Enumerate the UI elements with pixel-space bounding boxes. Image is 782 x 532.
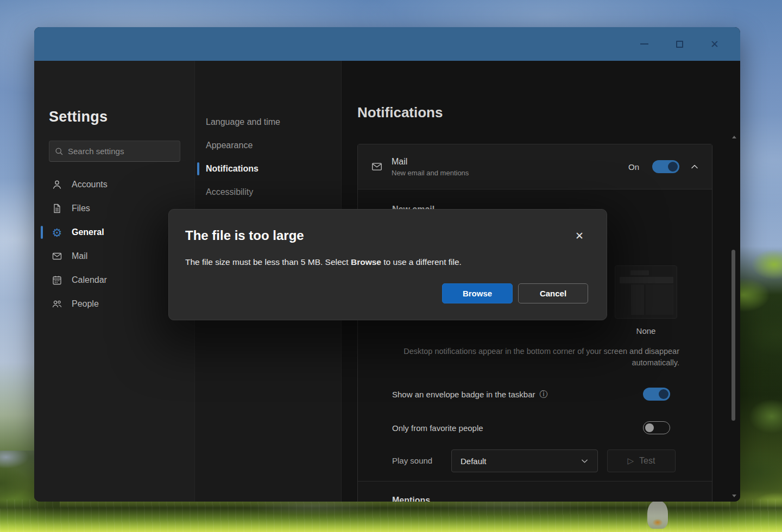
gear-icon: ⚙ — [51, 226, 63, 238]
mail-section-header[interactable]: Mail New email and mentions On — [358, 144, 712, 189]
window-titlebar[interactable]: ✕ — [34, 27, 740, 61]
scroll-down-arrow[interactable] — [732, 495, 736, 497]
play-icon: ▷ — [628, 456, 634, 466]
mail-section-title: Mail — [392, 157, 469, 167]
window-controls: ✕ — [632, 27, 727, 61]
test-button-label: Test — [639, 456, 655, 466]
favorites-row-label: Only from favorite people — [392, 423, 483, 433]
vertical-scrollbar[interactable] — [730, 135, 737, 498]
file-too-large-dialog: The file is too large ✕ The file size mu… — [168, 209, 607, 320]
wallpaper-figure — [647, 501, 668, 529]
selection-indicator — [197, 162, 199, 175]
sidebar-item-accounts[interactable]: Accounts — [34, 173, 194, 197]
test-sound-button[interactable]: ▷ Test — [607, 449, 676, 472]
sound-select[interactable]: Default — [451, 449, 598, 472]
sound-select-value: Default — [461, 457, 581, 466]
envelope-icon — [51, 250, 63, 262]
mail-section-subtitle: New email and mentions — [392, 169, 469, 177]
search-box — [49, 141, 180, 162]
dialog-title: The file is too large — [185, 228, 304, 243]
scrollbar-thumb[interactable] — [731, 250, 735, 421]
info-icon[interactable]: ⓘ — [540, 389, 548, 400]
mail-notifications-card: Mail New email and mentions On New email… — [357, 144, 712, 502]
dialog-actions: Browse Cancel — [442, 283, 588, 303]
sidebar-item-label: General — [72, 227, 104, 237]
banner-none-thumbnail — [615, 265, 677, 319]
dialog-close-button[interactable]: ✕ — [572, 228, 587, 243]
search-input[interactable] — [68, 147, 176, 156]
mentions-title: Mentions — [392, 496, 430, 502]
search-icon — [55, 147, 64, 156]
dialog-message: The file size must be less than 5 MB. Se… — [185, 257, 462, 267]
banner-style-option-none[interactable]: None — [615, 265, 677, 335]
envelope-icon — [371, 161, 383, 173]
sidebar-item-label: Files — [72, 204, 90, 213]
close-icon: ✕ — [575, 230, 584, 242]
sidebar-item-label: People — [72, 299, 99, 309]
people-icon — [51, 298, 63, 310]
page-title: Notifications — [357, 104, 443, 121]
settings-title: Settings — [49, 109, 108, 125]
desktop-notifications-description: Desktop notifications appear in the bott… — [392, 346, 679, 369]
maximize-button[interactable] — [667, 33, 692, 55]
play-sound-label: Play sound — [392, 456, 432, 465]
subnav-item-accessibility[interactable]: Accessibility — [195, 180, 341, 204]
banner-none-label: None — [615, 326, 677, 335]
subnav-item-notifications[interactable]: Notifications — [195, 157, 341, 180]
calendar-icon — [51, 274, 63, 286]
chevron-down-icon — [581, 457, 589, 465]
mail-notifications-toggle[interactable] — [652, 160, 679, 173]
close-button[interactable]: ✕ — [702, 33, 727, 55]
favorites-toggle[interactable] — [643, 421, 670, 434]
cancel-button[interactable]: Cancel — [518, 283, 588, 303]
toggle-state-label: On — [628, 162, 639, 172]
browse-button[interactable]: Browse — [442, 283, 513, 303]
badge-toggle[interactable] — [643, 388, 670, 401]
badge-setting-row: Show an envelope badge in the taskbar ⓘ — [392, 383, 678, 405]
sidebar-item-label: Mail — [72, 251, 87, 261]
scroll-up-arrow[interactable] — [732, 136, 736, 138]
sidebar-item-label: Accounts — [72, 180, 108, 189]
sidebar-item-label: Calendar — [72, 275, 107, 285]
favorites-setting-row: Only from favorite people — [392, 417, 678, 439]
minimize-icon — [640, 43, 648, 45]
close-icon: ✕ — [710, 39, 719, 49]
play-sound-row: Play sound Default ▷ Test — [392, 449, 678, 472]
badge-row-label: Show an envelope badge in the taskbar — [392, 390, 535, 399]
document-icon — [51, 202, 63, 214]
minimize-button[interactable] — [632, 33, 657, 55]
selection-indicator — [41, 226, 43, 239]
subnav-item-appearance[interactable]: Appearance — [195, 134, 341, 157]
mentions-section[interactable]: Mentions When someone @ mentions you in … — [358, 481, 712, 502]
chevron-up-icon[interactable] — [690, 162, 699, 171]
subnav-item-language-and-time[interactable]: Language and time — [195, 110, 341, 134]
maximize-icon — [676, 41, 683, 48]
person-icon — [51, 179, 63, 191]
